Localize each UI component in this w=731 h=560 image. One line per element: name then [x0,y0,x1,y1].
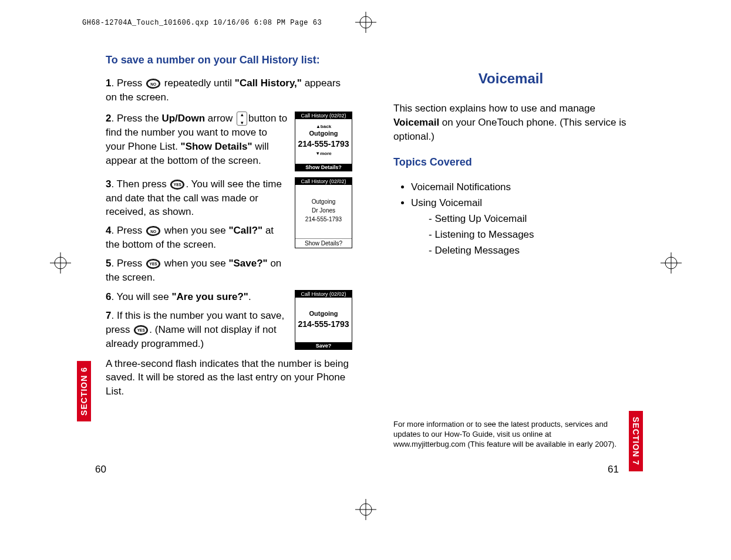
crop-mark-icon [50,252,71,274]
page-number-left: 60 [95,464,106,475]
chapter-title: Voicemail [393,70,628,87]
yes-button-icon: YES [134,325,148,335]
topics-list: Voicemail Notifications Using Voicemail … [399,179,628,259]
no-button-icon: NO [146,226,160,236]
step-2: 2. Press the Up/Down arrow button to fin… [106,112,289,168]
yes-button-icon: YES [170,180,184,190]
intro-text: This section explains how to use and man… [393,102,628,143]
right-page: Voicemail This section explains how to u… [393,53,628,259]
section-tab-left: SECTION 6 [77,361,91,421]
phone-screen-3: Call History (02/02) Outgoing 214-555-17… [295,290,352,350]
print-header: GH68-12704A_Touch_101606.qxp 10/16/06 6:… [82,19,322,27]
topics-heading: Topics Covered [393,155,628,170]
crop-mark-icon [355,12,376,33]
no-button-icon: NO [146,79,160,89]
step-1: 1. Press NO repeatedly until "Call Histo… [106,76,352,104]
step-3: 3. Then press YES. You will see the time… [106,177,289,285]
updown-icon [237,112,247,126]
yes-button-icon: YES [146,259,160,269]
phone-screen-1: Call History (02/02) ▲back Outgoing 214-… [295,112,352,171]
closing-text: A three-second flash indicates that the … [106,357,352,399]
footnote: For more information or to see the lates… [393,420,619,450]
left-heading: To save a number on your Call History li… [106,53,352,68]
section-tab-right: SECTION 7 [629,411,643,471]
crop-mark-icon [661,252,682,274]
phone-screen-2: Call History (02/02) Outgoing Dr Jones 2… [295,177,352,248]
step-6-7: 6. You will see "Are you sure?". 7. If t… [106,290,289,350]
left-page: To save a number on your Call History li… [106,53,352,406]
crop-mark-icon [355,499,376,520]
page-number-right: 61 [608,464,619,475]
